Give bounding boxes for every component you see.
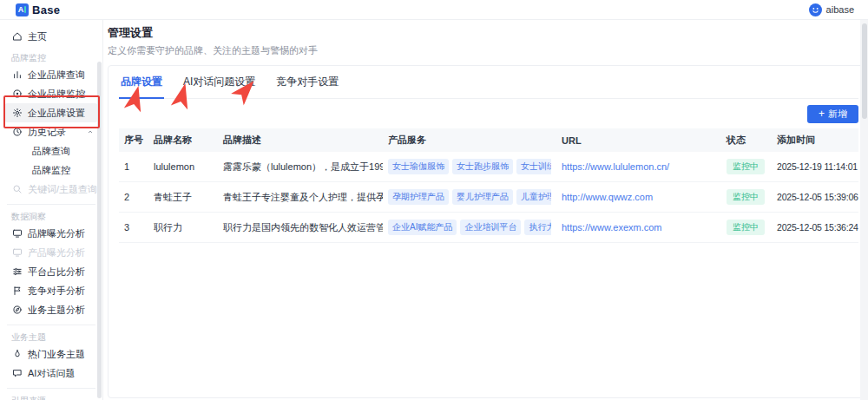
sidebar-label: 引用来源 bbox=[11, 395, 46, 400]
table-row: 2青蛙王子青蛙王子专注婴童及个人护理，提供孕期、婴儿、...孕期护理产品婴儿护理… bbox=[119, 182, 858, 213]
sidebar-item-home[interactable]: 主页 bbox=[0, 27, 102, 46]
sidebar-label: 竞争对手分析 bbox=[28, 285, 85, 298]
cell-added-time: 2025-12-05 15:36:24 bbox=[772, 213, 858, 243]
logo-text: Base bbox=[32, 3, 60, 16]
cell-status: 监控中 bbox=[721, 152, 772, 182]
chevron-up-icon[interactable] bbox=[87, 128, 94, 135]
sidebar-label: 品牌曝光分析 bbox=[28, 227, 85, 240]
brand-url-link[interactable]: http://www.qwwz.com bbox=[562, 192, 653, 202]
cell-index: 1 bbox=[119, 152, 148, 182]
table-toolbar: + 新增 bbox=[119, 99, 858, 128]
sidebar-label: AI对话问题 bbox=[28, 367, 75, 380]
sidebar-item-brand-settings[interactable]: 企业品牌设置 bbox=[4, 103, 98, 122]
brands-table: 序号品牌名称品牌描述产品服务URL状态添加时间 1lululemon露露乐蒙（l… bbox=[119, 128, 858, 243]
column-header: URL bbox=[556, 128, 721, 152]
service-tag: 企业培训平台 bbox=[460, 220, 521, 235]
sliders-icon bbox=[11, 266, 23, 278]
home-icon bbox=[11, 31, 23, 43]
brand-url-link[interactable]: https://www.lululemon.cn/ bbox=[562, 161, 669, 172]
sidebar-item-history-brand-monitor[interactable]: 品牌监控 bbox=[0, 161, 102, 180]
gear-icon bbox=[11, 108, 23, 119]
cell-brand-name: 职行力 bbox=[148, 213, 218, 243]
cell-brand-name: lululemon bbox=[148, 152, 218, 182]
sidebar-label: 业务主题 bbox=[11, 331, 46, 344]
column-header: 序号 bbox=[119, 128, 148, 152]
cell-index: 3 bbox=[119, 213, 148, 243]
sidebar-item-competitor-analysis[interactable]: 竞争对手分析 bbox=[0, 281, 102, 300]
sidebar-item-keyword-topic-query[interactable]: 关键词/主题查询 bbox=[0, 180, 102, 199]
settings-card: 品牌设置AI对话问题设置竞争对手设置 + 新增 序号品牌名称品牌描述产品服务UR… bbox=[108, 65, 868, 398]
tab-AI对话问题设置[interactable]: AI对话问题设置 bbox=[181, 73, 257, 98]
column-header: 添加时间 bbox=[772, 128, 858, 152]
cell-brand-name: 青蛙王子 bbox=[148, 182, 218, 213]
service-tag: 女士瑜伽服饰 bbox=[388, 159, 449, 174]
app-logo[interactable]: A Base bbox=[16, 3, 60, 16]
user-avatar-icon bbox=[809, 3, 822, 16]
tab-品牌设置[interactable]: 品牌设置 bbox=[119, 73, 164, 99]
monitor-icon bbox=[11, 89, 23, 100]
screen-icon bbox=[11, 247, 23, 259]
service-tags: 孕期护理产品婴儿护理产品儿童护理产品... bbox=[388, 189, 551, 205]
cell-url: https://www.lululemon.cn/ bbox=[556, 152, 721, 182]
sidebar-item-hot-business-topic[interactable]: 热门业务主题 bbox=[0, 344, 102, 364]
brand-url-link[interactable]: https://www.exexm.com bbox=[562, 222, 662, 233]
table-row: 1lululemon露露乐蒙（lululemon），是成立于1998年的加拿..… bbox=[119, 152, 858, 182]
status-badge: 监控中 bbox=[727, 189, 765, 205]
sidebar-item-history[interactable]: 历史记录 bbox=[0, 122, 102, 141]
top-header: A Base aibase bbox=[0, 0, 868, 20]
page-scrollbar-track[interactable] bbox=[860, 20, 868, 400]
tab-竞争对手设置[interactable]: 竞争对手设置 bbox=[274, 73, 340, 98]
sidebar-section-business-topic-section: 业务主题 bbox=[0, 331, 102, 344]
cell-status: 监控中 bbox=[721, 182, 772, 213]
sidebar-label: 企业品牌查询 bbox=[28, 69, 85, 82]
cell-services: 孕期护理产品婴儿护理产品儿童护理产品... bbox=[383, 182, 556, 213]
status-badge: 监控中 bbox=[727, 220, 765, 235]
sidebar-label: 企业品牌设置 bbox=[28, 107, 85, 120]
cell-url: https://www.exexm.com bbox=[556, 213, 721, 243]
sidebar-nav: 主页品牌监控企业品牌查询企业品牌监控企业品牌设置历史记录品牌查询品牌监控关键词/… bbox=[0, 20, 103, 400]
logo-ai-icon: A bbox=[16, 3, 29, 16]
cell-status: 监控中 bbox=[721, 213, 772, 243]
sidebar-item-brand-exposure-analysis[interactable]: 品牌曝光分析 bbox=[0, 224, 102, 243]
cell-index: 2 bbox=[119, 182, 148, 213]
service-tags: 企业AI赋能产品企业培训平台执行力管理系统... bbox=[388, 220, 551, 235]
sidebar-label: 企业品牌监控 bbox=[28, 88, 85, 101]
chat-icon bbox=[11, 368, 23, 379]
sidebar-label: 主页 bbox=[28, 30, 47, 43]
sidebar-label: 品牌监控 bbox=[32, 164, 70, 177]
clock-icon bbox=[11, 127, 23, 138]
sidebar-item-platform-ratio-analysis[interactable]: 平台占比分析 bbox=[0, 262, 102, 281]
table-row: 3职行力职行力是国内领先的数智化人效运营管理赋能平台...企业AI赋能产品企业培… bbox=[119, 213, 858, 243]
search-icon bbox=[11, 184, 23, 195]
service-tag: 婴儿护理产品 bbox=[452, 189, 513, 205]
tabs-row: 品牌设置AI对话问题设置竞争对手设置 bbox=[119, 66, 858, 99]
sidebar-label: 平台占比分析 bbox=[28, 266, 85, 279]
sidebar-item-history-brand-query[interactable]: 品牌查询 bbox=[0, 141, 102, 161]
sidebar-label: 业务主题分析 bbox=[28, 304, 85, 317]
cell-added-time: 2025-12-05 15:39:06 bbox=[772, 182, 858, 213]
sidebar-label: 品牌监控 bbox=[11, 52, 46, 64]
sidebar-item-brand-query[interactable]: 企业品牌查询 bbox=[0, 65, 102, 84]
sidebar-item-ai-chat-questions[interactable]: AI对话问题 bbox=[0, 364, 102, 383]
column-header: 品牌名称 bbox=[148, 128, 218, 152]
sidebar-label: 产品曝光分析 bbox=[28, 246, 85, 259]
add-button[interactable]: + 新增 bbox=[807, 105, 858, 123]
service-tag: 执行力管理系统 bbox=[524, 220, 551, 235]
user-name: aibase bbox=[826, 4, 854, 15]
add-button-label: 新增 bbox=[828, 108, 847, 121]
sidebar-label: 热门业务主题 bbox=[28, 348, 85, 361]
sidebar-divider bbox=[7, 204, 95, 205]
cell-added-time: 2025-12-19 11:14:01 bbox=[772, 152, 858, 182]
cell-brand-description: 职行力是国内领先的数智化人效运营管理赋能平台... bbox=[218, 213, 383, 243]
plus-icon: + bbox=[819, 108, 825, 119]
sidebar-item-product-exposure-analysis[interactable]: 产品曝光分析 bbox=[0, 243, 102, 262]
page-subtitle: 定义你需要守护的品牌、关注的主题与警惕的对手 bbox=[108, 44, 868, 57]
main-content: 管理设置 定义你需要守护的品牌、关注的主题与警惕的对手 品牌设置AI对话问题设置… bbox=[103, 20, 868, 400]
cell-url: http://www.qwwz.com bbox=[556, 182, 721, 213]
hot-icon bbox=[11, 349, 23, 360]
user-menu[interactable]: aibase bbox=[809, 3, 854, 16]
sidebar-item-business-topic-analysis[interactable]: 业务主题分析 bbox=[0, 300, 102, 319]
sidebar-scrollbar[interactable] bbox=[97, 62, 102, 398]
sidebar-item-brand-monitor[interactable]: 企业品牌监控 bbox=[0, 84, 102, 103]
page-scrollbar-thumb[interactable] bbox=[862, 23, 867, 119]
